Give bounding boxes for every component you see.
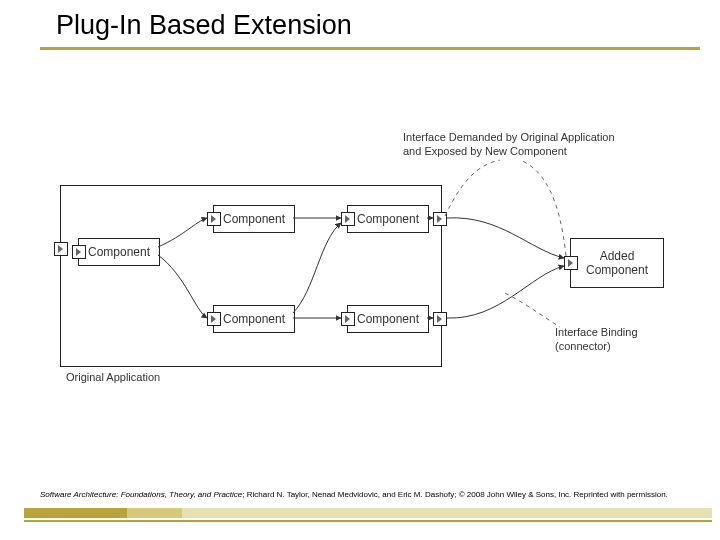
component-label: Component xyxy=(88,245,150,259)
component-label: Component xyxy=(357,312,419,326)
component-box: Component xyxy=(213,205,295,233)
interface-binding-label: Interface Binding (connector) xyxy=(555,325,695,354)
interface-port-icon xyxy=(433,312,447,326)
port-icon xyxy=(54,242,68,256)
added-component-label: Added Component xyxy=(586,249,648,277)
port-icon xyxy=(72,245,86,259)
footer-citation-rest: ; Richard N. Taylor, Nenad Medvidovic, a… xyxy=(242,490,668,499)
port-icon xyxy=(207,312,221,326)
component-label: Component xyxy=(223,312,285,326)
port-icon xyxy=(207,212,221,226)
footer-citation-title: Software Architecture: Foundations, Theo… xyxy=(40,490,242,499)
original-application-label: Original Application xyxy=(66,370,160,384)
component-box: Component xyxy=(347,205,429,233)
interface-demanded-label: Interface Demanded by Original Applicati… xyxy=(403,130,643,159)
port-icon xyxy=(341,212,355,226)
added-component-box: Added Component xyxy=(570,238,664,288)
title-underline xyxy=(40,47,700,50)
component-label: Component xyxy=(357,212,419,226)
port-icon xyxy=(341,312,355,326)
page-title: Plug-In Based Extension xyxy=(56,10,352,41)
footer-underline xyxy=(24,520,712,522)
footer-bar xyxy=(24,508,712,518)
interface-port-icon xyxy=(564,256,578,270)
component-label: Component xyxy=(223,212,285,226)
component-box: Component xyxy=(213,305,295,333)
footer-citation: Software Architecture: Foundations, Theo… xyxy=(40,490,668,499)
interface-port-icon xyxy=(433,212,447,226)
component-box: Component xyxy=(78,238,160,266)
component-box: Component xyxy=(347,305,429,333)
